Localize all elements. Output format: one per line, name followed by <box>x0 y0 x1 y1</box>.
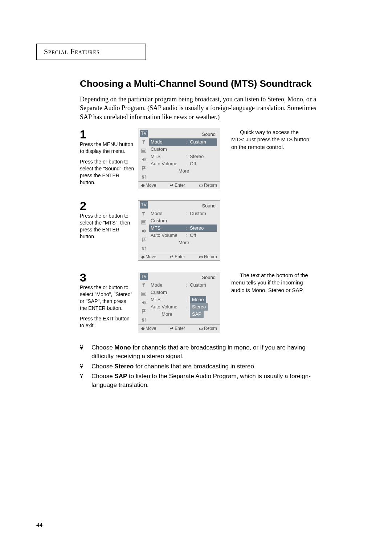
osd-1-mts-val: Stereo <box>190 153 217 160</box>
osd-2-return: ▭Return <box>199 254 217 259</box>
step-row-2: 2 Press the or button to select the "MTS… <box>80 200 356 261</box>
osd-2-more: More <box>151 239 217 246</box>
osd-2-move: ◆Move <box>141 254 156 259</box>
svg-rect-1 <box>142 150 145 152</box>
step-3-text: 3 Press the or button to select "Mono", … <box>80 272 134 329</box>
osd-3-av-label: Auto Volume <box>151 303 183 311</box>
step-2-line1: Press the or button to select the "MTS",… <box>80 213 134 240</box>
osd-2-title: Sound <box>151 202 217 210</box>
osd-2-enter: ↵Enter <box>170 254 185 259</box>
flag-icon <box>140 165 148 172</box>
step-2-text: 2 Press the or button to select the "MTS… <box>80 200 134 240</box>
bullet-0-bold: Mono <box>114 344 131 351</box>
osd-3-move: ◆Move <box>141 326 156 331</box>
osd-2-row-mode: Mode:Custom <box>151 210 217 217</box>
osd-2-av-label: Auto Volume <box>151 232 183 239</box>
osd-1-row-av: Auto Volume:Off <box>151 160 217 167</box>
osd-screenshot-2: TV Sound Mode:Custom Custom MTS:Stereo A… <box>138 200 220 261</box>
step-3-line2: Press the EXIT button to exit. <box>80 315 134 329</box>
picture-icon <box>140 147 148 154</box>
osd-1-row-mode: Mode:Custom <box>149 138 217 146</box>
osd-screenshot-3: TV Sound Mode:Custom Custom MTS: Mono <box>138 272 220 332</box>
steps-area: 1 Press the MENU button to display the m… <box>80 129 356 332</box>
osd-1-row-mts: MTS:Stereo <box>151 153 217 160</box>
bullet-mono: ¥ Choose Mono for channels that are broa… <box>80 343 323 361</box>
antenna-icon <box>140 210 148 217</box>
step-3-line1: Press the or button to select "Mono", "S… <box>80 284 134 312</box>
page-title: Choosing a Multi-Channel Sound (MTS) Sou… <box>80 78 312 89</box>
step-row-3: 3 Press the or button to select "Mono", … <box>80 272 356 332</box>
osd-3-row-custom: Custom <box>151 289 217 296</box>
step-row-1: 1 Press the MENU button to display the m… <box>80 129 356 189</box>
osd-1-mts-label: MTS <box>151 153 183 160</box>
bullet-sap: ¥ Choose SAP to listen to the Separate A… <box>80 372 323 389</box>
osd-2-row-mts: MTS:Stereo <box>149 225 217 232</box>
osd-3-mode-val: Custom <box>190 282 217 289</box>
svg-point-9 <box>145 247 146 248</box>
osd-2-mts-val: Stereo <box>190 225 217 232</box>
sliders-icon <box>140 316 148 324</box>
osd-3-custom-label: Custom <box>151 289 183 296</box>
osd-3-enter: ↵Enter <box>170 326 185 331</box>
osd-screenshot-1: TV Sound Mode:Custom Custom MTS:Stere <box>138 129 220 189</box>
osd-1-custom-label: Custom <box>151 146 183 153</box>
sound-icon <box>140 299 148 306</box>
bullet-mark-icon: ¥ <box>80 343 85 361</box>
osd-2-row-av: Auto Volume:Off <box>151 232 217 239</box>
step-3-number: 3 <box>80 272 134 283</box>
osd-3-title: Sound <box>151 274 217 282</box>
picture-icon <box>140 219 148 226</box>
osd-3-mts-label: MTS <box>151 296 183 303</box>
osd-1-av-val: Off <box>190 160 217 167</box>
osd-3-icon-col: TV <box>138 272 149 324</box>
osd-3-footer: ◆Move ↵Enter ▭Return <box>138 324 220 332</box>
osd-1-row-custom: Custom <box>151 146 217 153</box>
bullet-0-prefix: Choose <box>91 344 114 351</box>
osd-1-move: ◆Move <box>141 183 156 188</box>
sound-icon <box>140 227 148 235</box>
osd-3-row-av: Auto Volume: Stereo <box>151 303 217 311</box>
page-number: 44 <box>36 521 42 529</box>
svg-point-8 <box>143 249 144 250</box>
svg-point-12 <box>142 319 143 320</box>
bullet-mark-icon: ¥ <box>80 362 85 371</box>
side-note-bottom: The text at the bottom of the menu tells… <box>231 272 311 294</box>
svg-point-14 <box>145 319 146 320</box>
osd-3-opt-mono: Mono <box>190 296 206 303</box>
bullet-2-bold: SAP <box>114 373 127 380</box>
sliders-icon <box>140 173 148 181</box>
osd-2-footer: ◆Move ↵Enter ▭Return <box>138 253 220 260</box>
osd-1-mode-label: Mode <box>151 138 183 146</box>
step-1-text: 1 Press the MENU button to display the m… <box>80 129 134 186</box>
bullet-stereo: ¥ Choose Stereo for channels that are br… <box>80 362 323 371</box>
osd-1-return: ▭Return <box>199 183 217 188</box>
svg-point-13 <box>143 320 144 322</box>
step-1-line1: Press the MENU button to display the men… <box>80 141 134 155</box>
osd-2-custom-label: Custom <box>151 217 183 225</box>
osd-2-mode-val: Custom <box>190 210 217 217</box>
svg-point-2 <box>142 176 143 177</box>
osd-1-mode-val: Custom <box>190 138 217 146</box>
step-1-number: 1 <box>80 129 134 140</box>
osd-2-icon-col: TV <box>138 201 149 253</box>
tv-icon: TV <box>140 130 148 137</box>
osd-2-mts-label: MTS <box>151 225 183 232</box>
svg-rect-6 <box>142 221 145 223</box>
bullet-list: ¥ Choose Mono for channels that are broa… <box>80 343 323 389</box>
osd-3-mode-label: Mode <box>151 282 183 289</box>
antenna-icon <box>140 138 148 146</box>
osd-1-av-label: Auto Volume <box>151 160 183 167</box>
osd-3-row-more: More SAP <box>151 311 217 318</box>
osd-3-opt-stereo: Stereo <box>190 303 208 311</box>
sound-icon <box>140 156 148 163</box>
osd-1-footer: ◆Move ↵Enter ▭Return <box>138 181 220 189</box>
osd-2-mode-label: Mode <box>151 210 183 217</box>
osd-1-more: More <box>151 167 217 175</box>
osd-1-title: Sound <box>151 130 217 138</box>
bullet-2-prefix: Choose <box>91 373 114 380</box>
tv-icon: TV <box>140 201 148 209</box>
bullet-1-rest: for channels that are broadcasting in st… <box>134 363 256 370</box>
antenna-icon <box>140 282 148 289</box>
step-1-line2: Press the or button to select the "Sound… <box>80 158 134 186</box>
flag-icon <box>140 236 148 243</box>
